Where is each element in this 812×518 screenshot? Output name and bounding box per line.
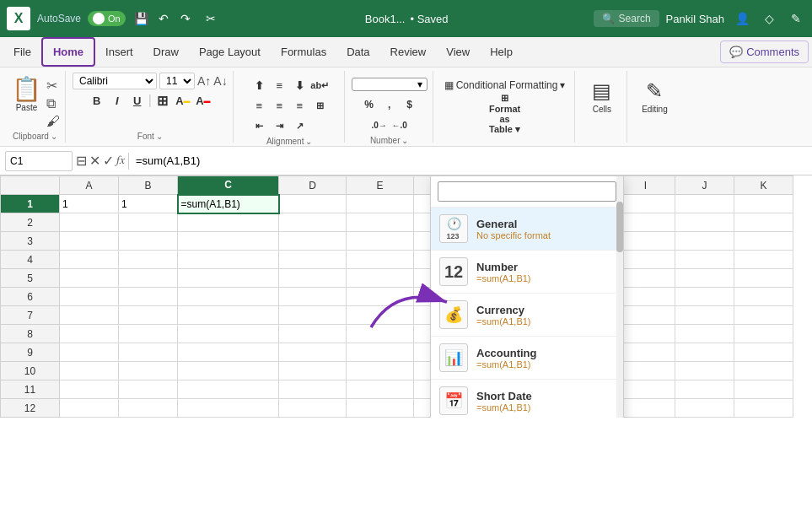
cell-A7[interactable] (60, 306, 119, 325)
autosave-toggle[interactable]: On (88, 11, 126, 26)
row-header-7[interactable]: 7 (1, 306, 60, 325)
cell-B8[interactable] (119, 325, 178, 343)
cell-C1[interactable]: =sum(A1,B1) (178, 195, 279, 213)
number-expand-icon[interactable]: ⌄ (401, 136, 408, 145)
cell-C11[interactable] (178, 380, 279, 399)
cell-K7[interactable] (734, 306, 793, 325)
undo-icon[interactable]: ↶ (154, 9, 173, 28)
cell-A11[interactable] (60, 380, 119, 399)
dropdown-item-currency[interactable]: 💰Currency=sum(A1,B1) (431, 294, 623, 337)
decrease-decimal-button[interactable]: ←.0 (390, 116, 409, 134)
cell-D5[interactable] (279, 269, 347, 288)
cell-C7[interactable] (178, 306, 279, 325)
cell-J1[interactable] (675, 195, 734, 213)
menu-formulas[interactable]: Formulas (271, 37, 336, 67)
cell-D7[interactable] (279, 306, 347, 325)
cell-C10[interactable] (178, 362, 279, 380)
row-header-11[interactable]: 11 (1, 380, 60, 399)
cell-D2[interactable] (279, 213, 347, 232)
menu-file[interactable]: File (3, 37, 41, 67)
font-color-button[interactable]: A▬ (194, 91, 212, 110)
cell-C9[interactable] (178, 343, 279, 362)
cell-B4[interactable] (119, 251, 178, 269)
expand-icon[interactable]: ⊟ (76, 153, 87, 169)
cell-J2[interactable] (675, 213, 734, 232)
dropdown-item-short-date[interactable]: 📅Short Date=sum(A1,B1) (431, 380, 623, 418)
row-header-5[interactable]: 5 (1, 269, 60, 288)
cell-B11[interactable] (119, 380, 178, 399)
cell-D1[interactable] (279, 195, 347, 213)
cell-E4[interactable] (347, 251, 414, 269)
row-header-4[interactable]: 4 (1, 251, 60, 269)
cell-E9[interactable] (347, 343, 414, 362)
row-header-3[interactable]: 3 (1, 232, 60, 251)
orientation-button[interactable]: ↗ (290, 116, 309, 135)
col-header-A[interactable]: A (60, 176, 119, 195)
cell-I4[interactable] (616, 251, 675, 269)
cell-K1[interactable] (734, 195, 793, 213)
menu-draw[interactable]: Draw (143, 37, 189, 67)
cell-K6[interactable] (734, 288, 793, 306)
align-bottom-button[interactable]: ⬇ (290, 76, 309, 94)
cell-J12[interactable] (675, 399, 734, 418)
cell-E12[interactable] (347, 399, 414, 418)
cell-K3[interactable] (734, 232, 793, 251)
cell-reference-box[interactable]: C1 (5, 151, 73, 171)
cell-K2[interactable] (734, 213, 793, 232)
cell-B1[interactable]: 1 (119, 195, 178, 213)
cell-B6[interactable] (119, 288, 178, 306)
row-header-8[interactable]: 8 (1, 325, 60, 343)
cell-E11[interactable] (347, 380, 414, 399)
cell-D6[interactable] (279, 288, 347, 306)
cell-A3[interactable] (60, 232, 119, 251)
bold-button[interactable]: B (88, 91, 106, 110)
cell-D4[interactable] (279, 251, 347, 269)
share-icon[interactable]: ✎ (787, 9, 805, 28)
paste-button[interactable]: 📋 Paste (10, 76, 43, 114)
format-as-table-button[interactable]: ⊞ Format as Table ▾ (496, 105, 514, 123)
format-painter-button[interactable]: 🖌 (46, 114, 60, 129)
cut-icon[interactable]: ✂ (202, 9, 220, 28)
cell-I1[interactable] (616, 195, 675, 213)
col-header-D[interactable]: D (279, 176, 347, 195)
font-expand-icon[interactable]: ⌄ (156, 132, 163, 141)
cell-C12[interactable] (178, 399, 279, 418)
borders-button[interactable]: ⊞ (153, 91, 172, 110)
cancel-formula-icon[interactable]: ✕ (89, 153, 100, 169)
cell-B9[interactable] (119, 343, 178, 362)
col-header-B[interactable]: B (119, 176, 178, 195)
cell-I3[interactable] (616, 232, 675, 251)
cell-I8[interactable] (616, 325, 675, 343)
cell-A10[interactable] (60, 362, 119, 380)
cell-A4[interactable] (60, 251, 119, 269)
merge-button[interactable]: ⊞ (310, 96, 329, 115)
conditional-formatting-button[interactable]: ▦ Conditional Formatting ▾ (440, 78, 570, 93)
cell-D11[interactable] (279, 380, 347, 399)
menu-home[interactable]: Home (41, 37, 95, 67)
row-header-9[interactable]: 9 (1, 343, 60, 362)
cell-K11[interactable] (734, 380, 793, 399)
cell-A6[interactable] (60, 288, 119, 306)
underline-button[interactable]: U (128, 91, 147, 110)
search-box[interactable]: 🔍 Search (594, 10, 659, 27)
menu-data[interactable]: Data (336, 37, 379, 67)
cell-D9[interactable] (279, 343, 347, 362)
cell-E7[interactable] (347, 306, 414, 325)
clipboard-expand-icon[interactable]: ⌄ (51, 132, 57, 141)
col-header-K[interactable]: K (734, 176, 793, 195)
cell-D10[interactable] (279, 362, 347, 380)
cell-C8[interactable] (178, 325, 279, 343)
cell-J8[interactable] (675, 325, 734, 343)
cell-D3[interactable] (279, 232, 347, 251)
cell-E5[interactable] (347, 269, 414, 288)
italic-button[interactable]: I (108, 91, 126, 110)
cell-K8[interactable] (734, 325, 793, 343)
align-center-button[interactable]: ≡ (270, 96, 288, 115)
cut-button[interactable]: ✂ (46, 78, 60, 94)
cell-B10[interactable] (119, 362, 178, 380)
menu-pagelayout[interactable]: Page Layout (189, 37, 271, 67)
cell-B12[interactable] (119, 399, 178, 418)
col-header-C[interactable]: C (178, 176, 279, 195)
cell-B5[interactable] (119, 269, 178, 288)
cell-K4[interactable] (734, 251, 793, 269)
